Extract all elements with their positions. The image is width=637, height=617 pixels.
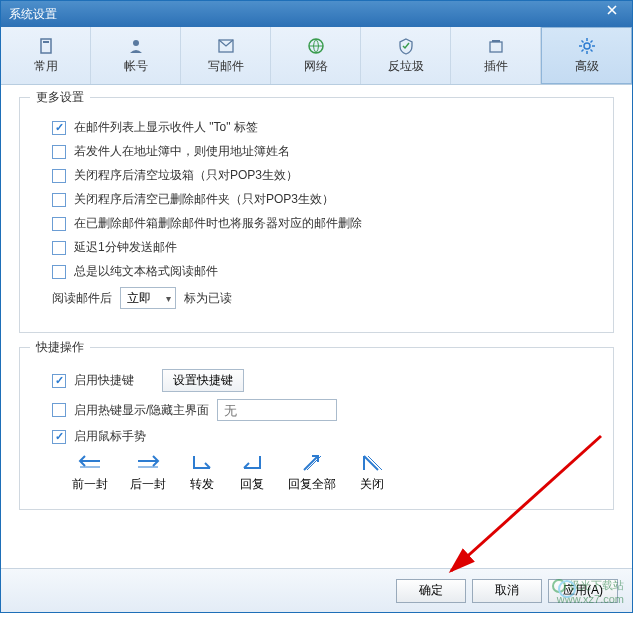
watermark: 极光下载站 www.xz7.com bbox=[552, 579, 624, 606]
close-button[interactable] bbox=[600, 4, 624, 24]
option-hotkey-toggle: 启用热键显示/隐藏主界面 bbox=[52, 399, 597, 421]
general-icon bbox=[36, 36, 56, 56]
cancel-button[interactable]: 取消 bbox=[472, 579, 542, 603]
option-show-to: 在邮件列表上显示收件人 "To" 标签 bbox=[52, 119, 597, 136]
svg-line-22 bbox=[364, 456, 378, 470]
gesture-next: 后一封 bbox=[130, 452, 166, 493]
hotkey-input[interactable] bbox=[217, 399, 337, 421]
gesture-close: 关闭 bbox=[358, 452, 386, 493]
arrow-left-icon bbox=[76, 452, 104, 474]
tab-antispam[interactable]: 反垃圾 bbox=[361, 27, 451, 84]
checkbox-enable-hotkey[interactable] bbox=[52, 374, 66, 388]
account-icon bbox=[126, 36, 146, 56]
checkbox-show-to[interactable] bbox=[52, 121, 66, 135]
option-plain-text: 总是以纯文本格式阅读邮件 bbox=[52, 263, 597, 280]
tab-plugins[interactable]: 插件 bbox=[451, 27, 541, 84]
content-area: 更多设置 在邮件列表上显示收件人 "To" 标签 若发件人在地址簿中，则使用地址… bbox=[1, 85, 632, 568]
tab-general[interactable]: 常用 bbox=[1, 27, 91, 84]
tab-network[interactable]: 网络 bbox=[271, 27, 361, 84]
svg-rect-5 bbox=[490, 42, 502, 52]
watermark-logo-icon bbox=[552, 579, 566, 593]
plugin-icon bbox=[486, 36, 506, 56]
network-icon bbox=[306, 36, 326, 56]
option-mark-read: 阅读邮件后 立即 标为已读 bbox=[52, 287, 597, 309]
option-empty-deleted: 关闭程序后清空已删除邮件夹（只对POP3生效） bbox=[52, 191, 597, 208]
gesture-forward: 转发 bbox=[188, 452, 216, 493]
svg-point-7 bbox=[584, 43, 590, 49]
compose-icon bbox=[216, 36, 236, 56]
gesture-prev: 前一封 bbox=[72, 452, 108, 493]
diagonal-down-right-icon bbox=[358, 452, 386, 474]
gesture-reply: 回复 bbox=[238, 452, 266, 493]
svg-rect-6 bbox=[492, 40, 500, 42]
checkbox-delete-server[interactable] bbox=[52, 217, 66, 231]
close-icon bbox=[606, 4, 618, 16]
corner-down-left-icon bbox=[238, 452, 266, 474]
tab-account[interactable]: 帐号 bbox=[91, 27, 181, 84]
checkbox-delay-send[interactable] bbox=[52, 241, 66, 255]
set-hotkey-button[interactable]: 设置快捷键 bbox=[162, 369, 244, 392]
gear-icon bbox=[577, 36, 597, 56]
tab-bar: 常用 帐号 写邮件 网络 反垃圾 插件 高级 bbox=[1, 27, 632, 85]
checkbox-empty-trash[interactable] bbox=[52, 169, 66, 183]
checkbox-plain-text[interactable] bbox=[52, 265, 66, 279]
option-delay-send: 延迟1分钟发送邮件 bbox=[52, 239, 597, 256]
diagonal-up-right-icon bbox=[298, 452, 326, 474]
svg-line-21 bbox=[307, 456, 321, 470]
group-quick-actions: 快捷操作 启用快捷键 设置快捷键 启用热键显示/隐藏主界面 启用鼠标手势 前一封 bbox=[19, 347, 614, 510]
gesture-list: 前一封 后一封 转发 回复 回复全部 bbox=[72, 452, 597, 493]
corner-down-right-icon bbox=[188, 452, 216, 474]
ok-button[interactable]: 确定 bbox=[396, 579, 466, 603]
group-title-more: 更多设置 bbox=[30, 89, 90, 106]
option-empty-trash: 关闭程序后清空垃圾箱（只对POP3生效） bbox=[52, 167, 597, 184]
svg-rect-1 bbox=[43, 41, 49, 43]
svg-point-2 bbox=[133, 40, 139, 46]
settings-window: 系统设置 常用 帐号 写邮件 网络 反垃圾 插件 bbox=[0, 0, 633, 613]
group-more-settings: 更多设置 在邮件列表上显示收件人 "To" 标签 若发件人在地址簿中，则使用地址… bbox=[19, 97, 614, 333]
checkbox-hotkey-toggle[interactable] bbox=[52, 403, 66, 417]
shield-icon bbox=[396, 36, 416, 56]
checkbox-addressbook[interactable] bbox=[52, 145, 66, 159]
tab-advanced[interactable]: 高级 bbox=[541, 27, 632, 84]
svg-line-15 bbox=[581, 50, 583, 52]
select-read-delay[interactable]: 立即 bbox=[120, 287, 176, 309]
titlebar: 系统设置 bbox=[1, 1, 632, 27]
tab-compose[interactable]: 写邮件 bbox=[181, 27, 271, 84]
option-enable-gesture: 启用鼠标手势 bbox=[52, 428, 597, 445]
arrow-right-icon bbox=[134, 452, 162, 474]
svg-line-20 bbox=[304, 456, 318, 470]
option-delete-server: 在已删除邮件箱删除邮件时也将服务器对应的邮件删除 bbox=[52, 215, 597, 232]
svg-line-12 bbox=[581, 41, 583, 43]
window-title: 系统设置 bbox=[9, 6, 57, 23]
gesture-reply-all: 回复全部 bbox=[288, 452, 336, 493]
option-use-addressbook: 若发件人在地址簿中，则使用地址簿姓名 bbox=[52, 143, 597, 160]
group-title-quick: 快捷操作 bbox=[30, 339, 90, 356]
dialog-footer: 确定 取消 应用(A) bbox=[1, 568, 632, 612]
svg-line-14 bbox=[590, 41, 592, 43]
svg-line-13 bbox=[590, 50, 592, 52]
option-enable-hotkey: 启用快捷键 设置快捷键 bbox=[52, 369, 597, 392]
checkbox-empty-deleted[interactable] bbox=[52, 193, 66, 207]
checkbox-enable-gesture[interactable] bbox=[52, 430, 66, 444]
